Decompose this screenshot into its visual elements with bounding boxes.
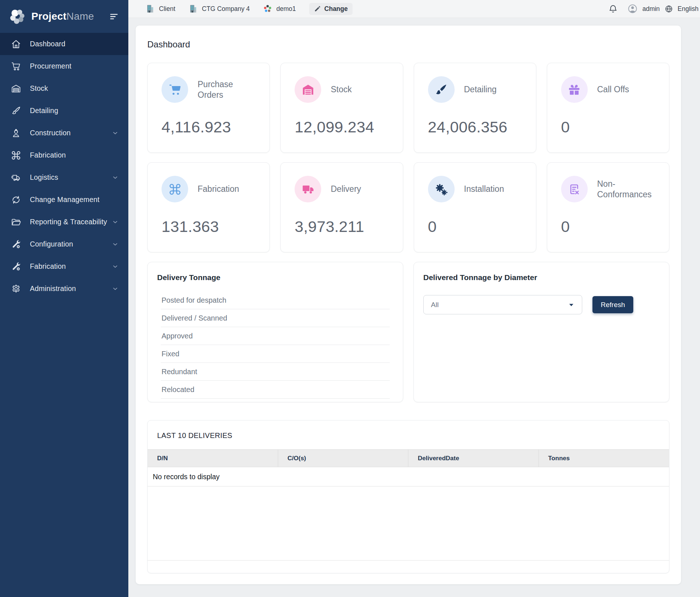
truck-icon	[11, 172, 21, 183]
tonnage-item-posted-for-despatch[interactable]: Posted for despatch	[161, 291, 390, 309]
delivery-tonnage-list: Posted for despatch Delivered / Scanned …	[157, 291, 393, 399]
sidebar-item-logistics[interactable]: Logistics	[0, 166, 128, 189]
delivery-tonnage-title: Delivery Tonnage	[157, 273, 393, 282]
building-icon	[188, 4, 198, 13]
tonnage-by-diameter-title: Delivered Tonnage by Diameter	[423, 273, 660, 282]
building-icon	[145, 4, 155, 13]
stats-grid: Purchase Orders 4,116.923 Stock 12,099.2…	[147, 63, 669, 252]
tonnage-item-relocated[interactable]: Relocated	[161, 381, 390, 399]
brand-name-bold: Project	[31, 11, 66, 22]
stat-card-detailing[interactable]: Detailing 24,006.356	[414, 63, 536, 153]
stat-card-installation[interactable]: Installation 0	[414, 162, 536, 252]
diameter-controls: All Refresh	[423, 295, 660, 314]
table-column-tonnes[interactable]: Tonnes	[539, 450, 669, 467]
project-label: demo1	[276, 5, 296, 13]
chevron-down-icon	[112, 129, 119, 137]
sidebar-item-administration[interactable]: Administration	[0, 278, 128, 300]
tools-icon	[11, 239, 21, 249]
gear-icon	[11, 284, 21, 294]
sidebar-item-fabrication[interactable]: Fabrication	[0, 144, 128, 166]
sidebar-item-fabrication[interactable]: Fabrication	[0, 255, 128, 278]
username-label[interactable]: admin	[642, 5, 660, 13]
stat-value: 0	[428, 218, 522, 236]
stat-value: 4,116.923	[162, 118, 256, 136]
worker-icon	[11, 128, 21, 138]
stat-value: 131.363	[162, 218, 256, 236]
stat-card-purchase-orders[interactable]: Purchase Orders 4,116.923	[147, 63, 270, 153]
pencil-icon	[314, 5, 321, 12]
project-link[interactable]: demo1	[263, 4, 296, 13]
sidebar-item-detailing[interactable]: Detailing	[0, 100, 128, 122]
panels-row: Delivery Tonnage Posted for despatch Del…	[147, 262, 669, 402]
client-link[interactable]: Client	[145, 4, 175, 13]
home-icon	[11, 39, 21, 49]
sidebar-item-dashboard[interactable]: Dashboard	[0, 33, 128, 55]
tonnage-by-diameter-panel: Delivered Tonnage by Diameter All Refres…	[413, 262, 669, 402]
client-label: Client	[159, 5, 175, 13]
company-label: CTG Company 4	[202, 5, 250, 13]
no-records-message: No records to display	[148, 467, 669, 486]
deliveries-table-footer	[148, 561, 669, 573]
table-column-d-n[interactable]: D/N	[148, 450, 278, 467]
sidebar: ProjectName Dashboard Procurement Stock …	[0, 0, 128, 597]
stat-value: 12,099.234	[295, 118, 389, 136]
stat-card-delivery[interactable]: Delivery 3,973.211	[280, 162, 403, 252]
brand-logo-icon	[9, 8, 26, 25]
brush-filled-icon	[428, 76, 455, 103]
sidebar-item-change-management[interactable]: Change Management	[0, 189, 128, 211]
sidebar-item-stock[interactable]: Stock	[0, 77, 128, 100]
tonnage-item-delivered-scanned[interactable]: Delivered / Scanned	[161, 309, 390, 327]
command-icon	[162, 176, 188, 202]
table-column-delivereddate[interactable]: DeliveredDate	[408, 450, 539, 467]
diameter-select[interactable]: All	[423, 295, 582, 314]
tonnage-item-approved[interactable]: Approved	[161, 327, 390, 345]
truck-filled-icon	[295, 176, 321, 202]
globe-icon	[665, 5, 673, 13]
deliveries-table-header: D/NC/O(s)DeliveredDateTonnes	[148, 449, 669, 467]
sidebar-header: ProjectName	[0, 0, 128, 33]
diameter-select-value: All	[431, 301, 439, 309]
sidebar-item-construction[interactable]: Construction	[0, 122, 128, 144]
sidebar-item-configuration[interactable]: Configuration	[0, 233, 128, 255]
brand-name: ProjectName	[31, 11, 94, 22]
stat-card-non-conformances[interactable]: Non-Conformances 0	[547, 162, 669, 252]
stat-value: 24,006.356	[428, 118, 522, 136]
tonnage-item-fixed[interactable]: Fixed	[161, 345, 390, 363]
last-deliveries-card: LAST 10 DELIVERIES D/NC/O(s)DeliveredDat…	[147, 420, 669, 573]
cart-filled-icon	[162, 76, 188, 103]
bell-icon[interactable]	[608, 4, 618, 13]
chevron-down-icon	[112, 241, 119, 248]
table-column-c-o-s[interactable]: C/O(s)	[278, 450, 409, 467]
stat-card-fabrication[interactable]: Fabrication 131.363	[147, 162, 270, 252]
stat-value: 3,973.211	[295, 218, 389, 236]
warehouse-icon	[11, 84, 21, 94]
last-deliveries-title: LAST 10 DELIVERIES	[148, 420, 669, 449]
sidebar-collapse-icon[interactable]	[109, 12, 119, 22]
stat-value: 0	[561, 118, 655, 136]
warehouse-filled-icon	[295, 76, 321, 103]
sync-icon	[11, 195, 21, 205]
delivery-tonnage-panel: Delivery Tonnage Posted for despatch Del…	[147, 262, 403, 402]
company-link[interactable]: CTG Company 4	[188, 4, 250, 13]
gift-filled-icon	[561, 76, 588, 103]
stat-card-stock[interactable]: Stock 12,099.234	[280, 63, 403, 153]
topbar-right: admin English	[608, 4, 699, 14]
sidebar-menu: Dashboard Procurement Stock Detailing Co…	[0, 33, 128, 300]
change-button[interactable]: Change	[309, 3, 353, 15]
deliveries-table-body	[148, 486, 669, 561]
chevron-down-icon	[112, 263, 119, 270]
language-selector[interactable]: English	[678, 5, 699, 13]
refresh-button[interactable]: Refresh	[592, 296, 633, 313]
sidebar-item-procurement[interactable]: Procurement	[0, 55, 128, 77]
tonnage-item-redundant[interactable]: Redundant	[161, 363, 390, 381]
command-icon	[11, 150, 21, 160]
chevron-down-icon	[112, 218, 119, 226]
team-icon	[263, 4, 272, 13]
avatar-icon[interactable]	[627, 4, 638, 14]
folder-open-icon	[11, 217, 21, 227]
change-label: Change	[324, 5, 348, 13]
main-content: Dashboard Purchase Orders 4,116.923 Stoc…	[136, 26, 681, 584]
tools-icon	[11, 261, 21, 272]
stat-card-call-offs[interactable]: Call Offs 0	[547, 63, 669, 153]
sidebar-item-reporting-traceability[interactable]: Reporting & Traceability	[0, 211, 128, 233]
